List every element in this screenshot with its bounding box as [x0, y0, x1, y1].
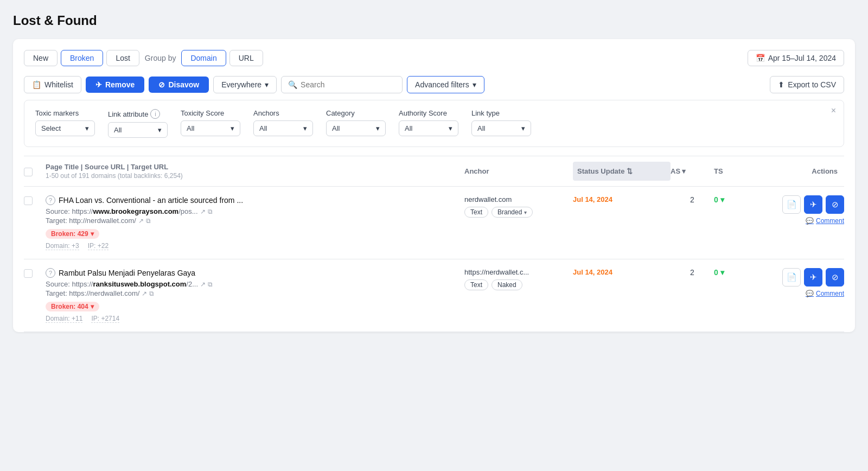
- row-source-0: Source: https://www.brookegrayson.com/po…: [46, 207, 464, 215]
- ip-extra-1[interactable]: IP: +2714: [91, 315, 119, 323]
- anchor-domain-1: https://nerdwallet.c...: [464, 268, 573, 276]
- filter-select-4[interactable]: All▾: [326, 120, 386, 136]
- anchor-tag-1-1: Naked: [492, 279, 522, 290]
- filter-chevron-icon-2: ▾: [231, 124, 234, 132]
- as-sort-icon: ▾: [682, 167, 686, 175]
- row-info-icon-0[interactable]: ?: [46, 195, 55, 205]
- action-send-button-1[interactable]: ✈: [804, 268, 822, 287]
- advanced-filters-row: Toxic markersSelect▾Link attributeiAll▾T…: [35, 109, 833, 138]
- source-copy-icon-1[interactable]: ⧉: [208, 281, 213, 288]
- as-column-header[interactable]: AS ▾: [671, 167, 714, 175]
- source-external-link-icon-1[interactable]: ↗: [200, 281, 206, 288]
- row-checkbox-1[interactable]: [24, 269, 33, 278]
- target-external-link-icon-0[interactable]: ↗: [138, 217, 144, 225]
- filter-chevron-icon-0: ▾: [85, 124, 89, 132]
- close-panel-button[interactable]: ×: [831, 106, 836, 116]
- ts-chevron-icon-0[interactable]: ▾: [720, 195, 724, 204]
- group-tab-url[interactable]: URL: [229, 50, 263, 66]
- row-main-cell-1: ? Rambut Palsu Menjadi Penyelaras Gaya S…: [46, 268, 464, 323]
- ip-extra-0[interactable]: IP: +22: [88, 242, 108, 250]
- row-target-1: Target: https://nerdwallet.com/ ↗ ⧉: [46, 289, 464, 297]
- tab-broken[interactable]: Broken: [61, 50, 103, 66]
- filter-select-6[interactable]: All▾: [471, 120, 531, 136]
- search-box[interactable]: 🔍: [281, 76, 403, 93]
- adv-filters-chevron-icon: ▾: [473, 80, 476, 89]
- filter-group-5: Authority ScoreAll▾: [399, 109, 458, 136]
- date-range-label: Apr 15–Jul 14, 2024: [768, 54, 836, 62]
- filter-label-5: Authority Score: [399, 109, 458, 117]
- filter-label-0: Toxic markers: [35, 109, 95, 117]
- whitelist-button[interactable]: 📋 Whitelist: [24, 76, 81, 93]
- main-column-header: Page Title | Source URL | Target URL 1-5…: [46, 163, 464, 180]
- row-checkbox-0[interactable]: [24, 196, 33, 205]
- filter-select-1[interactable]: All▾: [108, 122, 168, 138]
- row-status-cell-1: Jul 14, 2024: [573, 268, 671, 276]
- sort-icon: ⇅: [627, 167, 633, 175]
- domain-extra-0[interactable]: Domain: +3: [46, 242, 79, 250]
- tab-new[interactable]: New: [24, 50, 58, 66]
- main-card: NewBrokenLost Group by DomainURL 📅 Apr 1…: [13, 39, 855, 332]
- everywhere-chevron-icon: ▾: [265, 80, 269, 89]
- filter-group-4: CategoryAll▾: [326, 109, 386, 136]
- target-copy-icon-1[interactable]: ⧉: [149, 290, 154, 297]
- comment-icon-1: 💬: [806, 290, 814, 297]
- row-info-icon-1[interactable]: ?: [46, 268, 55, 278]
- filter-select-5[interactable]: All▾: [399, 120, 458, 136]
- filter-group-0: Toxic markersSelect▾: [35, 109, 95, 136]
- filter-select-3[interactable]: All▾: [253, 120, 313, 136]
- info-icon-1[interactable]: i: [150, 109, 160, 119]
- tab-lost[interactable]: Lost: [106, 50, 139, 66]
- ts-chevron-icon-1[interactable]: ▾: [720, 268, 724, 277]
- group-by-label: Group by: [145, 54, 176, 62]
- comment-link-0[interactable]: 💬 Comment: [806, 217, 844, 225]
- domain-extra-1[interactable]: Domain: +11: [46, 315, 82, 323]
- status-update-column-header: Status Update ⇅: [573, 162, 671, 181]
- export-csv-button[interactable]: ⬆ Export to CSV: [770, 76, 844, 93]
- anchor-tag-1-0: Text: [464, 279, 488, 290]
- search-input[interactable]: [301, 80, 395, 89]
- target-copy-icon-0[interactable]: ⧉: [146, 217, 151, 225]
- table-header: Page Title | Source URL | Target URL 1-5…: [24, 156, 844, 187]
- link-type-tabs: NewBrokenLost: [24, 50, 139, 66]
- status-date-1: Jul 14, 2024: [573, 268, 671, 276]
- row-ts-cell-1: 0 ▾: [714, 268, 757, 277]
- source-external-link-icon-0[interactable]: ↗: [200, 208, 206, 215]
- select-all-checkbox[interactable]: [24, 167, 46, 176]
- anchor-column-header: Anchor: [464, 167, 573, 175]
- target-external-link-icon-1[interactable]: ↗: [142, 290, 147, 297]
- actions-column-header: Actions: [757, 167, 844, 175]
- filter-select-0[interactable]: Select▾: [35, 120, 95, 136]
- broken-badge-1[interactable]: Broken: 404 ▾: [46, 302, 99, 311]
- comment-link-1[interactable]: 💬 Comment: [806, 290, 844, 297]
- broken-chevron-icon-0: ▾: [91, 230, 94, 238]
- source-copy-icon-0[interactable]: ⧉: [208, 208, 213, 215]
- row-actions-cell-0: 📄 ✈ ⊘ 💬 Comment: [757, 195, 844, 225]
- whitelist-icon: 📋: [32, 80, 41, 89]
- remove-button[interactable]: ✈ Remove: [86, 77, 144, 93]
- broken-badge-0[interactable]: Broken: 429 ▾: [46, 229, 99, 239]
- action-report-button-0[interactable]: 📄: [782, 195, 801, 214]
- action-disavow-button-1[interactable]: ⊘: [826, 268, 844, 287]
- action-report-button-1[interactable]: 📄: [782, 268, 801, 287]
- date-range-button[interactable]: 📅 Apr 15–Jul 14, 2024: [748, 50, 844, 66]
- filter-group-1: Link attributeiAll▾: [108, 109, 168, 138]
- row-title-0: ? FHA Loan vs. Conventional - an article…: [46, 195, 464, 205]
- row-anchor-cell-0: nerdwallet.com Text Branded ▾: [464, 195, 573, 218]
- disavow-button[interactable]: ⊘ Disavow: [149, 77, 209, 93]
- filter-label-2: Toxicity Score: [181, 109, 240, 117]
- filter-label-1: Link attributei: [108, 109, 168, 119]
- action-send-button-0[interactable]: ✈: [804, 195, 822, 214]
- filter-select-2[interactable]: All▾: [181, 120, 240, 136]
- group-tab-domain[interactable]: Domain: [181, 50, 226, 66]
- advanced-filters-button[interactable]: Advanced filters ▾: [407, 76, 484, 93]
- everywhere-dropdown[interactable]: Everywhere ▾: [213, 76, 277, 93]
- action-disavow-button-0[interactable]: ⊘: [826, 195, 844, 214]
- filter-group-3: AnchorsAll▾: [253, 109, 313, 136]
- calendar-icon: 📅: [756, 54, 765, 62]
- anchor-tag-0-0: Text: [464, 207, 488, 218]
- group-by-tabs: DomainURL: [181, 50, 263, 66]
- comment-icon-0: 💬: [806, 217, 814, 225]
- page-title: Lost & Found: [13, 13, 855, 28]
- row-target-0: Target: http://nerdwallet.com/ ↗ ⧉: [46, 217, 464, 225]
- filter-chevron-icon-3: ▾: [303, 124, 307, 132]
